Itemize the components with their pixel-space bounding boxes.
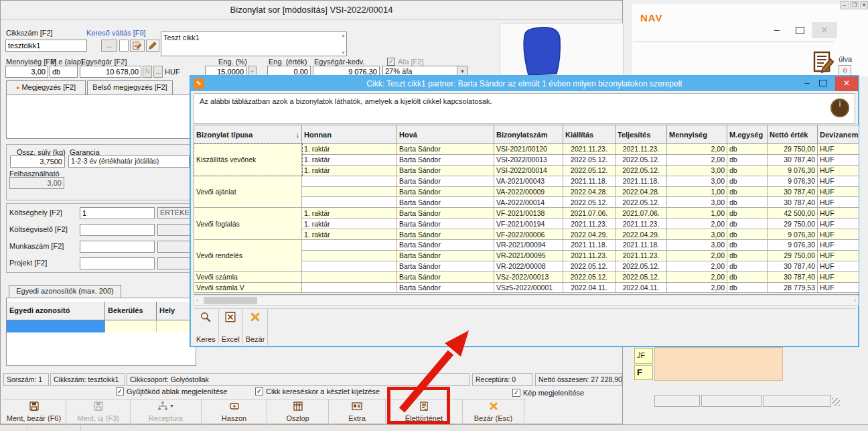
- table-cell[interactable]: 2021.11.23.: [563, 219, 616, 229]
- popup-close-button[interactable]: ✕: [835, 76, 858, 91]
- table-cell[interactable]: HUF: [818, 165, 859, 176]
- egyedi-cell[interactable]: [105, 320, 157, 332]
- table-cell[interactable]: 29 750,00: [768, 219, 818, 229]
- table-cell[interactable]: [302, 197, 397, 208]
- table-cell[interactable]: Barta Sándor: [397, 250, 494, 261]
- table-cell[interactable]: db: [727, 250, 768, 261]
- table-cell[interactable]: VSI-2022/00013: [494, 154, 563, 165]
- table-cell[interactable]: VF-2021/00194: [494, 219, 563, 229]
- table-cell[interactable]: 2,00: [667, 144, 727, 155]
- tab-belso-megjegyzes[interactable]: Belső megjegyzés [F2]: [87, 80, 173, 95]
- table-cell[interactable]: VA-2021/00043: [494, 176, 563, 186]
- table-cell[interactable]: 30 787,40: [768, 261, 818, 271]
- koltseg-row-input[interactable]: [80, 207, 155, 219]
- table-cell[interactable]: Barta Sándor: [397, 208, 494, 219]
- table-cell[interactable]: 3,00: [667, 176, 727, 186]
- table-cell[interactable]: VR-2021/00094: [494, 240, 563, 251]
- document-type-cell[interactable]: Vevői rendelés: [194, 240, 302, 272]
- resize-grip[interactable]: [832, 398, 840, 406]
- table-cell[interactable]: 2022.05.12.: [616, 165, 667, 176]
- table-cell[interactable]: 2021.07.06.: [616, 208, 667, 219]
- column-header[interactable]: Bizonylatszám: [494, 125, 563, 144]
- table-cell[interactable]: Barta Sándor: [397, 229, 494, 240]
- table-cell[interactable]: Barta Sándor: [397, 282, 494, 293]
- table-cell[interactable]: VSI-2022/00014: [494, 165, 563, 176]
- table-cell[interactable]: 3,00: [667, 229, 727, 240]
- table-cell[interactable]: Barta Sándor: [397, 165, 494, 176]
- table-cell[interactable]: 28 779,53: [768, 282, 818, 293]
- table-cell[interactable]: HUF: [818, 186, 859, 197]
- table-cell[interactable]: 2021.11.23.: [563, 144, 616, 155]
- table-cell[interactable]: 9 076,30: [768, 176, 818, 186]
- table-cell[interactable]: 9 076,30: [768, 229, 818, 240]
- table-cell[interactable]: db: [727, 176, 768, 186]
- column-header[interactable]: Devizanem: [818, 125, 859, 144]
- table-cell[interactable]: HUF: [818, 229, 859, 240]
- table-cell[interactable]: 2,00: [667, 282, 727, 293]
- table-cell[interactable]: 2022.05.12.: [563, 154, 616, 165]
- column-header[interactable]: Mennyiség: [667, 125, 727, 144]
- kereso-valtas-link[interactable]: Kereső váltás [F9]: [86, 29, 146, 37]
- popup-titlebar[interactable]: ✎ Cikk: Teszt cikk1 partner: Barta Sándo…: [191, 76, 858, 91]
- table-cell[interactable]: 2022.05.12.: [616, 261, 667, 271]
- table-cell[interactable]: 3,00: [667, 165, 727, 176]
- scrollbar-thumb[interactable]: [204, 297, 257, 304]
- egysegar-input[interactable]: [80, 66, 141, 78]
- scroll-left-icon[interactable]: ‹: [196, 297, 198, 304]
- table-cell[interactable]: VF-2021/00138: [494, 208, 563, 219]
- table-cell[interactable]: db: [727, 186, 768, 197]
- kep-checkbox[interactable]: ✓: [512, 389, 520, 397]
- koltseg-row-input[interactable]: [80, 241, 155, 253]
- price-lookup-button[interactable]: ...: [153, 66, 163, 78]
- table-cell[interactable]: [302, 261, 397, 271]
- table-cell[interactable]: 3,00: [667, 240, 727, 251]
- table-cell[interactable]: HUF: [818, 197, 859, 208]
- table-row[interactable]: Kiszállítás vevőnek1. raktárBarta Sándor…: [194, 144, 859, 155]
- table-cell[interactable]: 1. raktár: [302, 208, 397, 219]
- item-name-box[interactable]: Teszt cikk1 ▲ ▼: [161, 32, 347, 56]
- document-type-cell[interactable]: Vevői ajánlat: [194, 176, 302, 208]
- edit-note-button[interactable]: [130, 40, 145, 52]
- table-cell[interactable]: HUF: [818, 208, 859, 219]
- table-row[interactable]: Vevői ajánlatBarta SándorVA-2021/0004320…: [194, 176, 859, 186]
- column-header[interactable]: M.egység: [727, 125, 768, 144]
- table-cell[interactable]: VR-2022/00008: [494, 261, 563, 271]
- table-cell[interactable]: HUF: [818, 240, 859, 251]
- edit-button[interactable]: [146, 40, 159, 52]
- document-type-cell[interactable]: Vevői számla V: [194, 282, 302, 293]
- edit-document-icon[interactable]: [813, 51, 835, 74]
- gyujtokod-checkbox[interactable]: ✓: [116, 387, 124, 395]
- table-cell[interactable]: 2022.05.12.: [563, 261, 616, 271]
- table-cell[interactable]: 30 787,40: [768, 186, 818, 197]
- table-cell[interactable]: 2021.11.23.: [616, 250, 667, 261]
- outer-minimize-button[interactable]: –: [840, 1, 849, 9]
- scroll-right-icon[interactable]: ›: [854, 297, 856, 304]
- column-header[interactable]: Bizonylat típusa ↓: [194, 125, 302, 144]
- column-header[interactable]: Nettó érték: [768, 125, 818, 144]
- table-cell[interactable]: 2022.04.28.: [616, 186, 667, 197]
- table-cell[interactable]: VF-2022/00006: [494, 229, 563, 240]
- table-cell[interactable]: 2021.11.18.: [616, 240, 667, 251]
- table-cell[interactable]: 2021.07.06.: [563, 208, 616, 219]
- table-cell[interactable]: Barta Sándor: [397, 261, 494, 271]
- table-cell[interactable]: db: [727, 261, 768, 271]
- table-cell[interactable]: Barta Sándor: [397, 154, 494, 165]
- table-cell[interactable]: 2022.04.29.: [616, 229, 667, 240]
- table-cell[interactable]: 2,00: [667, 271, 727, 282]
- table-cell[interactable]: HUF: [818, 144, 859, 155]
- table-cell[interactable]: db: [727, 271, 768, 282]
- egyedi-cell-selected[interactable]: [7, 320, 105, 332]
- table-cell[interactable]: VA-2022/00014: [494, 197, 563, 208]
- table-cell[interactable]: 2022.04.29.: [563, 229, 616, 240]
- background-close-button[interactable]: ✕: [812, 22, 837, 38]
- table-row[interactable]: Vevői számlaBarta SándorVSz-2022/0001320…: [194, 271, 859, 282]
- table-cell[interactable]: [302, 250, 397, 261]
- table-cell[interactable]: VSz5-2022/00001: [494, 282, 563, 293]
- document-type-cell[interactable]: Vevői foglalás: [194, 208, 302, 240]
- scroll-down-icon[interactable]: ▼: [341, 50, 346, 55]
- table-cell[interactable]: 1. raktár: [302, 229, 397, 240]
- table-cell[interactable]: Barta Sándor: [397, 176, 494, 186]
- table-cell[interactable]: 2021.11.18.: [563, 240, 616, 251]
- column-header[interactable]: Hová: [397, 125, 494, 144]
- table-cell[interactable]: db: [727, 208, 768, 219]
